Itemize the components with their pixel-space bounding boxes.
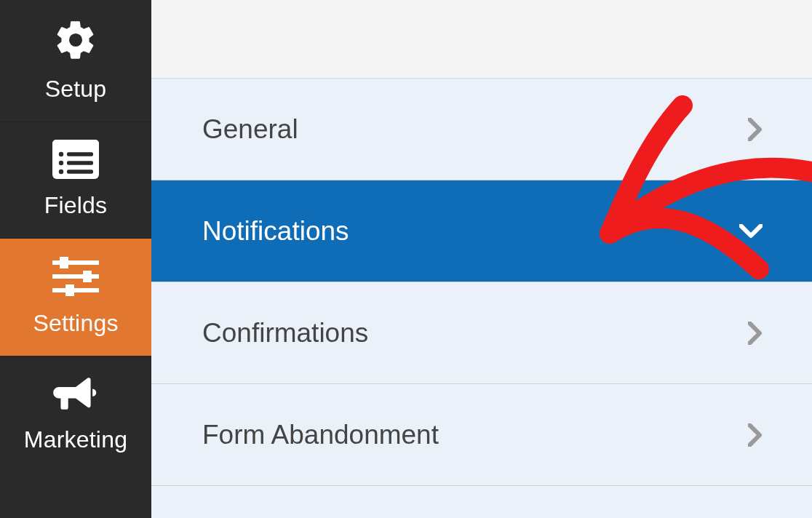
sidebar: Setup Fields	[0, 0, 151, 518]
svg-rect-8	[52, 260, 99, 265]
svg-rect-7	[67, 170, 93, 174]
sidebar-item-setup[interactable]: Setup	[0, 0, 151, 122]
svg-rect-11	[83, 271, 92, 282]
svg-point-6	[59, 170, 63, 174]
gear-icon	[53, 17, 98, 63]
svg-rect-5	[67, 161, 93, 165]
chevron-right-icon	[748, 322, 763, 345]
svg-rect-1	[52, 140, 99, 147]
sidebar-item-label: Marketing	[24, 426, 127, 453]
settings-menu-label: Notifications	[202, 216, 349, 247]
svg-point-2	[59, 152, 63, 156]
topbar	[151, 0, 812, 79]
svg-rect-12	[52, 288, 99, 292]
sliders-icon	[49, 256, 102, 297]
settings-menu-confirmations[interactable]: Confirmations	[151, 282, 812, 384]
settings-menu-form-abandonment[interactable]: Form Abandonment	[151, 384, 812, 486]
sidebar-item-fields[interactable]: Fields	[0, 122, 151, 239]
sidebar-item-label: Fields	[44, 192, 108, 219]
settings-menu-label: Form Abandonment	[202, 420, 439, 450]
list-icon	[52, 140, 99, 179]
svg-rect-13	[65, 284, 74, 296]
svg-point-4	[59, 161, 63, 165]
sidebar-item-label: Settings	[33, 310, 118, 337]
main-panel: General Notifications Confirmations Form…	[151, 0, 812, 518]
sidebar-item-marketing[interactable]: Marketing	[0, 356, 151, 472]
chevron-down-icon	[739, 224, 763, 239]
settings-menu-label: General	[202, 114, 298, 145]
settings-menu-label: Confirmations	[202, 318, 368, 348]
svg-rect-9	[60, 257, 68, 268]
settings-menu-general[interactable]: General	[151, 79, 812, 180]
chevron-right-icon	[748, 423, 763, 447]
svg-rect-3	[67, 152, 93, 156]
settings-menu-notifications[interactable]: Notifications	[151, 180, 812, 282]
bullhorn-icon	[53, 374, 98, 413]
chevron-right-icon	[748, 118, 763, 141]
sidebar-item-label: Setup	[45, 76, 107, 103]
sidebar-item-settings[interactable]: Settings	[0, 239, 151, 356]
svg-rect-10	[52, 274, 99, 279]
